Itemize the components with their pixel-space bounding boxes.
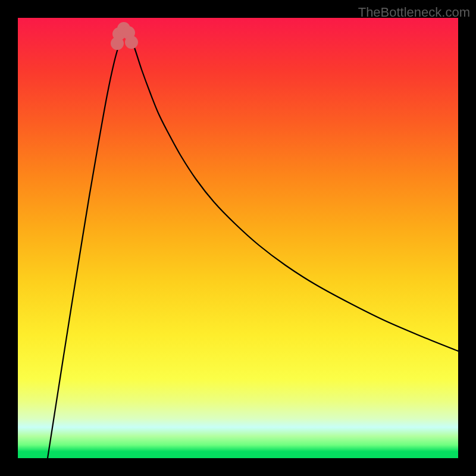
watermark-text: TheBottleneck.com [358, 5, 470, 20]
chart-frame: TheBottleneck.com [0, 0, 476, 476]
min-marker [125, 36, 138, 49]
bottleneck-curve [48, 30, 458, 458]
curve-layer [18, 18, 458, 458]
plot-area [18, 18, 458, 458]
